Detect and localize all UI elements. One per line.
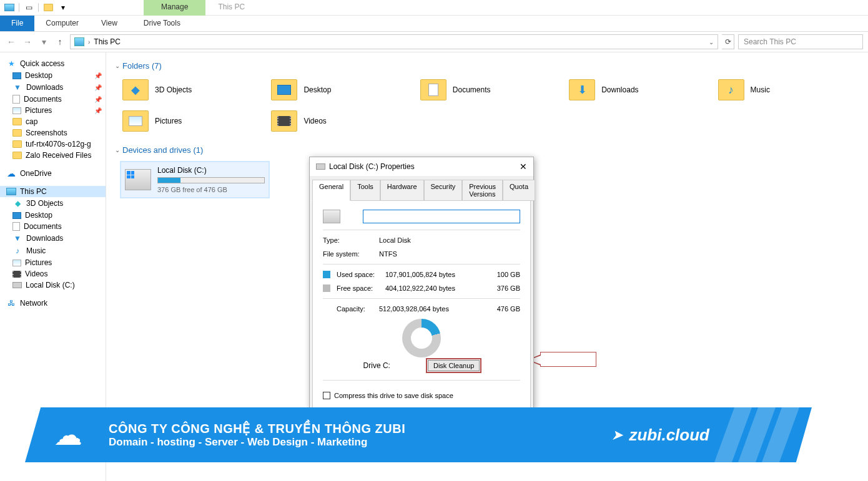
onedrive-icon [6,168,16,178]
search-input[interactable]: Search This PC [738,34,863,49]
tab-view[interactable]: View [90,16,129,31]
address-bar[interactable]: › This PC ⌄ [70,34,718,49]
folders-section-header[interactable]: ⌄Folders (7) [115,61,859,70]
folder-pictures[interactable]: Pictures [120,108,264,134]
folder-icon [12,140,22,148]
tab-tools[interactable]: Tools [350,180,380,201]
back-button[interactable]: ← [5,36,17,48]
recent-dropdown-icon[interactable]: ▾ [37,36,50,48]
new-folder-icon[interactable] [42,2,54,13]
refresh-button[interactable]: ⟳ [722,34,734,49]
pin-icon: 📌 [94,107,102,114]
sidebar-this-pc[interactable]: This PC [0,186,106,197]
banner-site: zubi.cloud [612,425,709,445]
sidebar-item-zalo[interactable]: Zalo Received Files [0,150,106,161]
network-icon [6,298,16,308]
tab-drive-tools[interactable]: Drive Tools [132,16,192,31]
tab-file[interactable]: File [0,16,34,31]
tab-computer[interactable]: Computer [34,16,90,31]
pc-icon[interactable] [4,2,15,13]
music-icon [12,246,22,256]
qat-dropdown-icon[interactable]: ▾ [57,2,69,13]
tab-quota[interactable]: Quota [503,180,535,201]
used-swatch [323,271,330,278]
tab-general[interactable]: General [312,180,350,201]
chevron-down-icon: ⌄ [115,147,120,153]
capacity-label: Capacity: [337,305,379,313]
downloads-icon: ⬇ [578,83,587,97]
pin-icon: 📌 [94,72,102,79]
sidebar-item-documents[interactable]: Documents📌 [0,94,106,105]
drive-icon [316,163,325,170]
watermark-banner: zubi CÔNG TY CÔNG NGHỆ & TRUYỀN THÔNG ZU… [25,407,812,462]
tab-hardware[interactable]: Hardware [380,180,424,201]
documents-icon [12,95,20,104]
dialog-tabs: General Tools Hardware Security Previous… [310,176,533,201]
sidebar-network[interactable]: Network [0,297,106,309]
ribbon-tabs: File Computer View Drive Tools [0,16,868,32]
up-button[interactable]: ↑ [54,36,66,48]
videos-icon [277,116,291,126]
sidebar-item-tuf[interactable]: tuf-rtx4070s-o12g-g [0,138,106,150]
sidebar-item-local-disk[interactable]: Local Disk (C:) [0,279,106,291]
close-button[interactable]: ✕ [520,162,527,172]
file-system-label: File system: [323,250,379,258]
folder-downloads[interactable]: ⬇Downloads [566,77,710,103]
folder-desktop[interactable]: Desktop [269,77,412,103]
drive-icon [125,169,151,190]
address-segment[interactable]: This PC [94,37,121,46]
free-gb: 376 GB [497,284,520,292]
drive-label-input[interactable] [363,210,520,223]
compress-checkbox[interactable] [323,392,330,399]
chevron-down-icon: ⌄ [115,62,120,69]
folder-videos[interactable]: Videos [269,108,412,134]
pictures-icon [12,260,21,266]
properties-icon[interactable]: ▭ [23,2,34,13]
address-dropdown-icon[interactable]: ⌄ [709,39,714,46]
sidebar-item-desktop2[interactable]: Desktop [0,210,106,221]
context-tab-manage[interactable]: Manage [144,0,205,16]
sidebar-item-cap[interactable]: cap [0,116,106,127]
folder-music[interactable]: ♪Music [716,77,859,103]
forward-button: → [21,36,34,48]
drive-icon [12,282,22,288]
zubi-logo-text: zubi [60,436,79,447]
sidebar-item-desktop[interactable]: Desktop📌 [0,70,106,81]
pc-icon [6,188,16,195]
pin-icon: 📌 [94,96,102,103]
disk-cleanup-button[interactable]: Disk Cleanup [428,360,480,371]
sidebar-quick-access[interactable]: Quick access [0,57,106,70]
sidebar-item-downloads[interactable]: Downloads📌 [0,81,106,94]
dialog-titlebar[interactable]: Local Disk (C:) Properties ✕ [310,157,533,176]
devices-section-header[interactable]: ⌄Devices and drives (1) [115,145,859,155]
downloads-icon [12,233,22,243]
sidebar-item-downloads2[interactable]: Downloads [0,232,106,245]
tab-security[interactable]: Security [424,180,463,201]
desktop-icon [277,85,291,95]
sidebar-item-pictures2[interactable]: Pictures [0,257,106,268]
sidebar-item-documents2[interactable]: Documents [0,221,106,232]
folder-3d-objects[interactable]: ◆3D Objects [120,77,264,103]
sidebar-item-music[interactable]: Music [0,245,106,257]
folder-documents[interactable]: Documents [418,77,561,103]
properties-dialog: Local Disk (C:) Properties ✕ General Too… [309,157,534,411]
desktop-icon [12,72,21,79]
sidebar-item-screenshots[interactable]: Screenshots [0,127,106,138]
pin-icon: 📌 [94,84,102,91]
quick-access-toolbar: ▭ ▾ [4,2,69,13]
documents-icon [428,84,438,96]
capacity-bytes: 512,003,928,064 bytes [379,305,466,313]
sidebar-item-pictures[interactable]: Pictures📌 [0,105,106,116]
type-value: Local Disk [379,236,411,244]
navigation-toolbar: ← → ▾ ↑ › This PC ⌄ ⟳ Search This PC [0,32,868,52]
sidebar-item-3dobjects[interactable]: 3D Objects [0,197,106,210]
drive-free-text: 376 GB free of 476 GB [157,186,265,193]
sidebar-item-videos[interactable]: Videos [0,268,106,279]
drive-local-disk-c[interactable]: Local Disk (C:) 376 GB free of 476 GB [120,161,270,198]
sidebar-onedrive[interactable]: OneDrive [0,167,106,180]
dialog-body: Type:Local Disk File system:NTFS Used sp… [312,201,531,410]
tab-previous-versions[interactable]: Previous Versions [462,180,503,201]
chevron-right-icon[interactable]: › [88,39,90,46]
free-swatch [323,284,330,292]
window-title: This PC [218,0,245,16]
